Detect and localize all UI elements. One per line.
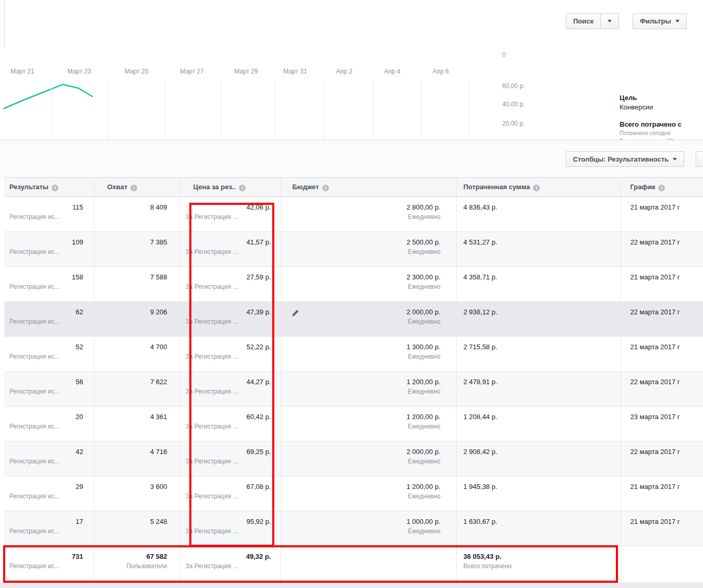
schedule-value: 21 марта 2017 г — [621, 518, 703, 525]
budget-value: 1 000,00 р. — [281, 518, 456, 525]
spent-cell: 2 908,42 р. — [456, 442, 621, 476]
search-dropdown-button[interactable] — [600, 13, 619, 29]
totals-cost-cell: 49,32 р. За Регистрация ... — [180, 546, 281, 583]
ads-manager-screen: Поиск Фильтры Март 21Март 23Март 25Март … — [0, 0, 703, 588]
results-value: 56 — [4, 378, 94, 386]
info-icon[interactable]: i — [52, 185, 58, 191]
results-value: 115 — [4, 203, 94, 211]
table-row[interactable]: 17 Регистрация ис... 5 248 95,92 р. За Р… — [4, 511, 703, 546]
filters-button[interactable]: Фильтры — [633, 13, 687, 29]
table-row[interactable]: 62 Регистрация ис... 9 206 47,39 р. За Р… — [4, 302, 703, 337]
spent-cell: 4 836,43 р. — [456, 197, 621, 232]
results-value: 109 — [4, 238, 94, 246]
results-sub: Регистрация ис... — [4, 318, 94, 325]
spent-value: 4 358,71 р. — [457, 273, 621, 281]
schedule-cell: 22 марта 2017 г — [621, 302, 703, 337]
results-cell: 17 Регистрация ис... — [4, 511, 94, 546]
gridline — [51, 79, 52, 140]
table-row[interactable]: 29 Регистрация ис... 3 600 67,08 р. За Р… — [4, 476, 703, 511]
cost-value: 42,06 р. — [180, 203, 281, 211]
column-header-reach[interactable]: Охватi — [94, 178, 180, 197]
column-header-schedule[interactable]: Графикi — [621, 178, 703, 197]
edit-pencil-icon[interactable] — [292, 309, 299, 317]
info-icon[interactable]: i — [130, 185, 137, 191]
schedule-cell: 21 марта 2017 г — [621, 267, 703, 302]
gridline — [221, 79, 221, 140]
cost-cell: 69,25 р. За Регистрация ... — [180, 442, 281, 476]
cost-cell: 44,27 р. За Регистрация ... — [180, 372, 281, 407]
gridline — [469, 79, 470, 140]
results-sub: Регистрация ис... — [4, 283, 94, 290]
cost-value: 95,92 р. — [180, 518, 281, 525]
table-row[interactable]: 158 Регистрация ис... 7 588 27,59 р. За … — [4, 267, 703, 302]
info-icon[interactable]: i — [658, 185, 665, 191]
cost-cell: 27,59 р. За Регистрация ... — [180, 267, 281, 302]
budget-cell: 2 500,00 р. Ежедневно — [281, 232, 456, 267]
budget-sub: Ежедневно — [281, 248, 456, 255]
reach-value: 4 716 — [94, 448, 180, 456]
columns-dropdown-button[interactable]: Столбцы: Результативность — [566, 151, 684, 167]
spent-cell: 4 531,27 р. — [456, 232, 621, 267]
table-row[interactable]: 56 Регистрация ис... 7 622 44,27 р. За Р… — [4, 372, 703, 407]
table-row[interactable]: 115 Регистрация ис... 8 409 42,06 р. За … — [4, 197, 703, 232]
spent-value: 2 478,91 р. — [457, 378, 621, 386]
schedule-cell: 21 марта 2017 г — [621, 337, 703, 372]
results-sub: Регистрация ис... — [4, 353, 94, 360]
totals-results-value: 731 — [4, 553, 94, 560]
x-axis-label: Март 31 — [272, 68, 319, 75]
table-row[interactable]: 109 Регистрация ис... 7 385 41,57 р. За … — [4, 232, 703, 267]
spent-value: 4 836,43 р. — [457, 203, 621, 211]
results-sub: Регистрация ис... — [4, 213, 94, 220]
results-cell: 29 Регистрация ис... — [4, 476, 94, 511]
column-header-budget[interactable]: Бюджетi — [281, 178, 456, 197]
table-row[interactable]: 20 Регистрация ис... 4 361 60,42 р. За Р… — [4, 407, 703, 442]
y-axis-label: 40,00 р. — [502, 101, 525, 108]
cost-value: 69,25 р. — [180, 448, 281, 456]
column-header-amount-spent[interactable]: Потраченная суммаi — [456, 178, 621, 197]
campaigns-table: Результатыi Охватi Цена за рез..i Бюджет… — [4, 177, 703, 583]
goal-label: Цель — [620, 94, 703, 102]
totals-cost-sub: За Регистрация ... — [180, 562, 281, 570]
x-axis-label: Март 29 — [223, 68, 270, 75]
info-icon[interactable]: i — [239, 185, 246, 191]
reach-cell: 7 622 — [94, 372, 180, 407]
x-axis-label: Март 21 — [0, 68, 46, 75]
column-header-results[interactable]: Результатыi — [4, 178, 94, 197]
reach-value: 4 700 — [94, 343, 180, 351]
schedule-value: 21 марта 2017 г — [621, 483, 703, 491]
table-row[interactable]: 42 Регистрация ис... 4 716 69,25 р. За Р… — [4, 442, 703, 476]
spent-cell: 1 208,44 р. — [456, 407, 621, 442]
budget-cell: 1 200,00 р. Ежедневно — [281, 407, 456, 442]
reach-cell: 7 588 — [94, 267, 180, 302]
results-value: 62 — [4, 308, 94, 316]
reach-cell: 9 206 — [94, 302, 180, 337]
budget-sub: Ежедневно — [281, 458, 456, 465]
budget-cell: 1 200,00 р. Ежедневно — [281, 476, 456, 511]
cost-value: 52,22 р. — [180, 343, 281, 351]
column-header-cost-per-result[interactable]: Цена за рез..i — [180, 178, 281, 197]
schedule-cell: 21 марта 2017 г — [621, 511, 703, 546]
table-row[interactable]: 52 Регистрация ис... 4 700 52,22 р. За Р… — [4, 337, 703, 372]
cost-sub: За Регистрация ... — [180, 283, 281, 290]
reach-value: 7 588 — [94, 273, 180, 281]
cost-sub: За Регистрация ... — [180, 458, 281, 465]
budget-cell: 2 000,00 р. Ежедневно — [281, 442, 456, 476]
total-spent-heading: Всего потрачено с — [620, 120, 703, 128]
spent-value: 4 531,27 р. — [457, 238, 621, 246]
y-axis-label: 60,00 р. — [502, 82, 525, 90]
cost-sub: За Регистрация ... — [180, 213, 281, 220]
reach-cell: 7 385 — [94, 232, 180, 267]
reach-value: 7 622 — [94, 378, 180, 386]
budget-sub: Ежедневно — [281, 213, 456, 220]
info-icon[interactable]: i — [322, 185, 329, 191]
spent-value: 1 208,44 р. — [457, 413, 621, 421]
results-sub: Регистрация ис... — [4, 388, 94, 395]
cost-value: 47,39 р. — [180, 308, 281, 316]
gridline — [108, 79, 108, 140]
reach-value: 4 361 — [94, 413, 180, 421]
y-axis-label: 0 — [502, 51, 506, 58]
partial-button[interactable] — [696, 151, 703, 167]
info-icon[interactable]: i — [533, 185, 540, 191]
schedule-value: 22 марта 2017 г — [621, 308, 703, 316]
search-button[interactable]: Поиск — [566, 13, 601, 29]
